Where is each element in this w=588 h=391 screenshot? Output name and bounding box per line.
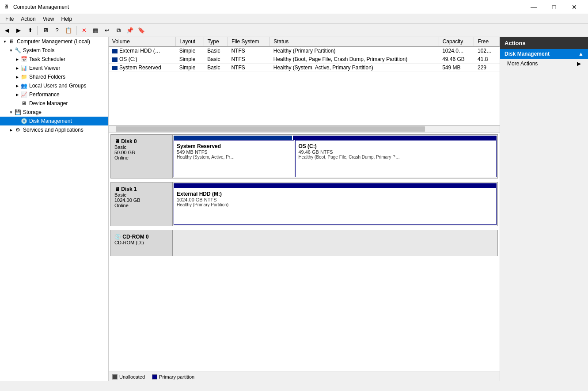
event-viewer-icon: 📊 [20,65,27,72]
cell-volume: System Reserved [109,64,176,72]
title-bar: 🖥 Computer Management — □ ✕ [0,0,588,14]
local-users-expand[interactable]: ▶ [14,83,20,89]
sidebar-item-system-tools[interactable]: ▼ 🔧 System Tools [0,46,108,55]
actions-section-disk-management[interactable]: Disk Management ▲ [500,49,588,59]
pin-button[interactable]: 📌 [125,25,135,36]
delete-button[interactable]: ✕ [79,25,89,36]
new-window[interactable]: ⧉ [113,25,124,36]
computer-icon: 🖥 [8,38,15,45]
partition-external-hdd[interactable]: External HDD (M:) 1024.00 GB NTFS Health… [174,188,497,225]
partition-size: 49.46 GB NTFS [298,149,493,155]
col-capacity[interactable]: Capacity [439,37,474,46]
col-free[interactable]: Free [474,37,500,46]
cell-status: Healthy (Primary Partition) [270,46,439,55]
cell-type: Basic [204,55,228,64]
cell-layout: Simple [176,64,204,72]
content-area: Volume Layout Type File System Status Ca… [109,37,500,381]
sidebar-item-device-manager[interactable]: 🖥 Device Manager [0,99,108,108]
cdrom-name: 💿 CD-ROM 0 [114,234,169,240]
col-type[interactable]: Type [204,37,228,46]
system-tools-icon: 🔧 [14,47,21,54]
event-viewer-expand[interactable]: ▶ [14,65,20,71]
col-layout[interactable]: Layout [176,37,204,46]
device-manager-icon: 🖥 [20,100,27,107]
menu-action[interactable]: Action [17,15,39,23]
sidebar-item-storage[interactable]: ▼ 💾 Storage [0,108,108,117]
col-volume[interactable]: Volume [109,37,176,46]
menu-file[interactable]: File [2,15,17,23]
actions-header: Actions [500,37,588,49]
table-row[interactable]: System Reserved Simple Basic NTFS Health… [109,64,500,72]
sidebar-root[interactable]: ▼ 🖥 Computer Management (Local) [0,37,108,46]
menu-help[interactable]: Help [58,15,76,23]
disk-management-expand [14,118,20,124]
cell-layout: Simple [176,46,204,55]
maximize-button[interactable]: □ [544,0,564,14]
partition-os-c[interactable]: OS (C:) 49.46 GB NTFS Healthy (Boot, Pag… [295,140,497,177]
sidebar-item-task-scheduler[interactable]: ▶ 📅 Task Scheduler [0,55,108,64]
export-list[interactable]: 📋 [63,25,74,36]
up-button[interactable]: ⬆ [25,25,35,36]
menu-bar: File Action View Help [0,14,588,24]
bookmark-button[interactable]: 🔖 [136,25,147,36]
table-row[interactable]: External HDD (… Simple Basic NTFS Health… [109,46,500,55]
col-status[interactable]: Status [270,37,439,46]
sidebar-item-performance[interactable]: ▶ 📈 Performance [0,90,108,99]
disk-1-type: Basic [114,192,169,197]
scroll-thumb[interactable] [116,126,425,132]
properties-button[interactable]: ▦ [90,25,101,36]
services-expand[interactable]: ▶ [8,127,14,133]
task-scheduler-expand[interactable]: ▶ [14,56,20,62]
partition-name: External HDD (M:) [177,191,493,197]
minimize-button[interactable]: — [524,0,544,14]
root-label: Computer Management (Local) [17,38,90,45]
cdrom-partitions [173,230,497,256]
cell-capacity: 1024.0… [439,46,474,55]
cell-fs: NTFS [228,46,269,55]
col-filesystem[interactable]: File System [228,37,269,46]
cell-type: Basic [204,64,228,72]
storage-icon: 💾 [14,109,21,116]
disk-row-1: 🖥 Disk 1 Basic 1024.00 GB Online Externa… [110,182,498,226]
shared-folders-label: Shared Folders [29,74,65,80]
storage-expand[interactable]: ▼ [8,109,14,115]
root-expand[interactable]: ▼ [2,38,8,45]
performance-expand[interactable]: ▶ [14,91,20,98]
sidebar: ▼ 🖥 Computer Management (Local) ▼ 🔧 Syst… [0,37,109,381]
help-button[interactable]: ? [52,25,62,36]
sidebar-item-event-viewer[interactable]: ▶ 📊 Event Viewer [0,64,108,72]
disk-table: Volume Layout Type File System Status Ca… [109,37,500,72]
cell-capacity: 49.46 GB [439,55,474,64]
disk-table-container: Volume Layout Type File System Status Ca… [109,37,500,125]
disk-0-size: 50.00 GB [114,150,169,155]
disk-1-size: 1024.00 GB [114,197,169,203]
back-button[interactable]: ◀ [2,25,12,36]
table-row[interactable]: OS (C:) Simple Basic NTFS Healthy (Boot,… [109,55,500,64]
cell-volume: External HDD (… [109,46,176,55]
device-manager-expand [14,100,20,106]
show-hide-console-tree[interactable]: 🖥 [40,25,51,36]
disk-label-1: 🖥 Disk 1 Basic 1024.00 GB Online [111,182,173,226]
actions-more[interactable]: More Actions ▶ [500,59,588,68]
system-tools-expand[interactable]: ▼ [8,47,14,53]
system-tools-label: System Tools [23,47,54,53]
sidebar-item-disk-management[interactable]: 💿 Disk Management [0,117,108,125]
refresh-button[interactable]: ↩ [102,25,112,36]
close-button[interactable]: ✕ [564,0,584,14]
horizontal-scrollbar[interactable] [109,125,500,133]
local-users-label: Local Users and Groups [29,83,86,89]
partition-status: Healthy (Boot, Page File, Crash Dump, Pr… [298,155,493,159]
sidebar-item-local-users[interactable]: ▶ 👥 Local Users and Groups [0,81,108,90]
forward-button[interactable]: ▶ [13,25,24,36]
disk-0-bar [174,136,497,140]
cdrom-type: CD-ROM (D:) [114,240,169,245]
partition-size: 549 MB NTFS [177,149,291,155]
arrow-right-icon: ▶ [577,61,581,67]
partition-system-reserved[interactable]: System Reserved 549 MB NTFS Healthy (Sys… [174,140,294,177]
disk-0-type: Basic [114,144,169,150]
sidebar-item-shared-folders[interactable]: ▶ 📁 Shared Folders [0,72,108,81]
shared-folders-expand[interactable]: ▶ [14,74,20,80]
menu-view[interactable]: View [39,15,58,23]
sidebar-item-services-apps[interactable]: ▶ ⚙ Services and Applications [0,125,108,134]
partition-size: 1024.00 GB NTFS [177,197,493,202]
